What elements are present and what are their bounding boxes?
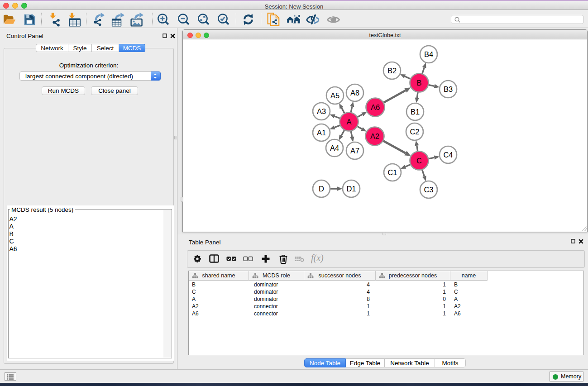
svg-text:B: B — [416, 79, 421, 87]
svg-text:C3: C3 — [424, 186, 433, 194]
svg-text:A6: A6 — [371, 103, 380, 111]
svg-text:A: A — [346, 118, 351, 126]
svg-text:A5: A5 — [330, 91, 339, 100]
svg-text:C2: C2 — [410, 128, 419, 136]
svg-text:C1: C1 — [387, 168, 397, 176]
svg-text:A2: A2 — [370, 132, 379, 140]
svg-text:D1: D1 — [346, 185, 356, 193]
svg-text:A3: A3 — [317, 107, 326, 115]
svg-text:C4: C4 — [443, 151, 453, 159]
svg-text:B3: B3 — [444, 85, 453, 93]
svg-text:A1: A1 — [317, 129, 326, 137]
svg-text:B2: B2 — [387, 67, 397, 75]
svg-text:B1: B1 — [411, 108, 420, 116]
svg-text:A8: A8 — [350, 89, 359, 97]
svg-text:D: D — [319, 185, 324, 193]
svg-text:A4: A4 — [330, 144, 339, 152]
svg-text:B4: B4 — [424, 50, 433, 58]
svg-text:A7: A7 — [350, 147, 359, 155]
svg-text:C: C — [416, 157, 422, 165]
